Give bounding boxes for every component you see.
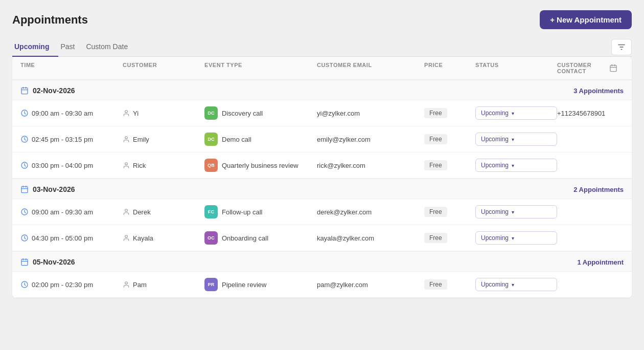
calendar-date-icon-1 [20,86,29,95]
table-header-row: TIME CUSTOMER EVENT TYPE CUSTOMER EMAIL … [12,57,632,80]
event-badge: PR [204,278,218,291]
clock-icon [20,109,29,117]
col-event-type: EVENT TYPE [204,62,317,74]
time-cell: 04:30 pm - 05:00 pm [20,234,123,242]
customer-cell: Emily [123,136,204,143]
status-cell: Upcoming ▾ [475,133,557,146]
person-icon [123,281,130,288]
status-dropdown[interactable]: Upcoming ▾ [475,159,557,172]
price-cell: Free [424,279,475,290]
time-cell: 02:00 pm - 02:30 pm [20,280,123,289]
col-price: PRICE [424,62,475,74]
event-badge: OC [204,231,218,245]
svg-point-16 [125,163,128,165]
status-cell: Upcoming ▾ [475,278,557,291]
event-cell: FC Follow-up call [204,205,317,218]
person-icon [123,208,130,215]
date-label-1: 02-Nov-2026 [20,86,75,95]
page-header: Appointments + New Appointment [12,10,632,29]
email-cell: emily@zylker.com [317,136,424,143]
chevron-down-icon: ▾ [512,163,514,168]
tab-upcoming[interactable]: Upcoming [12,37,58,57]
svg-point-30 [125,282,128,285]
date-group-2: 03-Nov-2026 2 Appointments [12,179,632,199]
status-cell: Upcoming ▾ [475,205,557,218]
tab-past[interactable]: Past [58,37,84,57]
clock-icon [20,208,29,216]
filter-button[interactable] [611,39,632,55]
email-cell: pam@zylker.com [317,281,424,289]
status-dropdown[interactable]: Upcoming ▾ [475,278,557,291]
table-row: 03:00 pm - 04:00 pm Rick QB Quarterly bu… [12,152,632,179]
new-appointment-button[interactable]: + New Appointment [540,10,632,29]
status-cell: Upcoming ▾ [475,231,557,245]
table-row: 02:00 pm - 02:30 pm Pam PR Pipeline revi… [12,272,632,298]
time-cell: 09:00 am - 09:30 am [20,109,123,117]
filter-icon [617,42,626,52]
price-cell: Free [424,160,475,170]
event-cell: DC Demo call [204,133,317,146]
customer-cell: Pam [123,281,204,289]
table-row: 02:45 pm - 03:15 pm Emily DC Demo call e… [12,126,632,152]
price-cell: Free [424,207,475,217]
tab-custom-date[interactable]: Custom Date [84,37,137,57]
clock-icon [20,161,29,169]
calendar-icon [609,64,617,72]
event-badge: DC [204,106,218,120]
email-cell: derek@zylker.com [317,208,424,216]
col-status: STATUS [475,62,557,74]
tabs-row: Upcoming Past Custom Date [12,37,632,57]
email-cell: kayala@zylker.com [317,234,424,242]
svg-point-24 [125,235,128,238]
date-group-1: 02-Nov-2026 3 Appointments [12,80,632,100]
date-label-2: 03-Nov-2026 [20,185,75,193]
price-cell: Free [424,108,475,118]
clock-icon [20,234,29,242]
event-cell: PR Pipeline review [204,278,317,291]
event-badge: QB [204,159,218,172]
col-customer-contact: CUSTOMER CONTACT [557,62,603,74]
col-customer: CUSTOMER [123,62,204,74]
chevron-down-icon: ▾ [512,209,514,215]
event-badge: DC [204,133,218,146]
person-icon [123,136,130,143]
date-group-3: 05-Nov-2026 1 Appointment [12,251,632,272]
status-cell: Upcoming ▾ [475,106,557,120]
table-row: 04:30 pm - 05:00 pm Kayala OC Onboarding… [12,225,632,251]
svg-point-12 [125,111,128,113]
clock-icon [20,135,29,143]
svg-rect-17 [21,187,28,193]
clock-icon [20,280,29,289]
status-dropdown[interactable]: Upcoming ▾ [475,133,557,146]
time-cell: 09:00 am - 09:30 am [20,208,123,216]
status-cell: Upcoming ▾ [475,159,557,172]
customer-cell: Kayala [123,234,204,242]
contact-cell: +112345678901 [557,110,605,117]
calendar-date-icon-2 [20,185,29,193]
table-row: 09:00 am - 09:30 am Derek FC Follow-up c… [12,199,632,225]
col-time: TIME [20,62,123,74]
col-calendar [603,62,624,74]
page-container: Appointments + New Appointment Upcoming … [0,0,644,350]
customer-cell: Derek [123,208,204,216]
svg-point-14 [125,137,128,139]
status-dropdown[interactable]: Upcoming ▾ [475,231,557,245]
email-cell: rick@zylker.com [317,162,424,169]
chevron-down-icon: ▾ [512,235,514,241]
chevron-down-icon: ▾ [512,137,514,142]
event-cell: DC Discovery call [204,106,317,120]
status-dropdown[interactable]: Upcoming ▾ [475,106,557,120]
table-row: 09:00 am - 09:30 am Yi DC Discovery call… [12,100,632,126]
time-cell: 02:45 pm - 03:15 pm [20,135,123,143]
appointments-table: TIME CUSTOMER EVENT TYPE CUSTOMER EMAIL … [12,57,632,298]
col-customer-email: CUSTOMER EMAIL [317,62,424,74]
time-cell: 03:00 pm - 04:00 pm [20,161,123,169]
customer-cell: Yi [123,110,204,117]
svg-rect-3 [610,65,616,72]
status-dropdown[interactable]: Upcoming ▾ [475,205,557,218]
svg-rect-7 [21,88,28,94]
event-cell: QB Quarterly business review [204,159,317,172]
price-cell: Free [424,134,475,144]
customer-cell: Rick [123,162,204,169]
chevron-down-icon: ▾ [512,111,514,116]
